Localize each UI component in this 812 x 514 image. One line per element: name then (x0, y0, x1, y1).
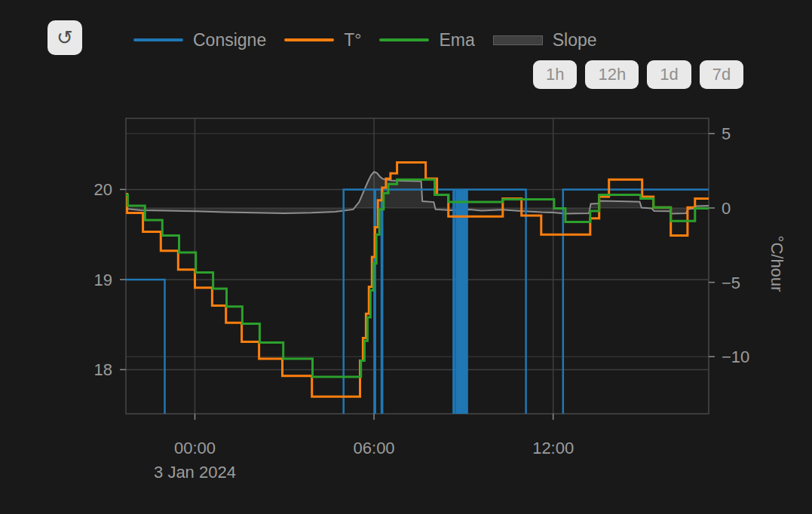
y-right-tick-label: 5 (722, 124, 731, 143)
y-left-tick-label: 19 (94, 271, 112, 289)
chart-canvas[interactable]: 00:0006:0012:003 Jan 202420191850−5−10°C… (0, 0, 812, 514)
y-left-tick-label: 18 (94, 360, 112, 379)
x-tick-label: 06:00 (354, 439, 395, 457)
series-area-slope (126, 172, 709, 214)
y-right-tick-label: −5 (722, 274, 740, 292)
y-right-axis-title: °C/hour (768, 236, 786, 292)
y-right-tick-label: −10 (722, 347, 749, 366)
x-tick-label: 00:00 (174, 439, 216, 457)
x-tick-label: 12:00 (532, 439, 574, 457)
series-line-consigne (126, 189, 709, 433)
y-right-tick-label: 0 (722, 199, 731, 218)
x-axis-date-label: 3 Jan 2024 (154, 463, 236, 482)
y-left-tick-label: 20 (94, 180, 112, 199)
chart-page: ↺ ConsigneT°EmaSlope 1h12h1d7d 00:0006:0… (0, 0, 812, 514)
